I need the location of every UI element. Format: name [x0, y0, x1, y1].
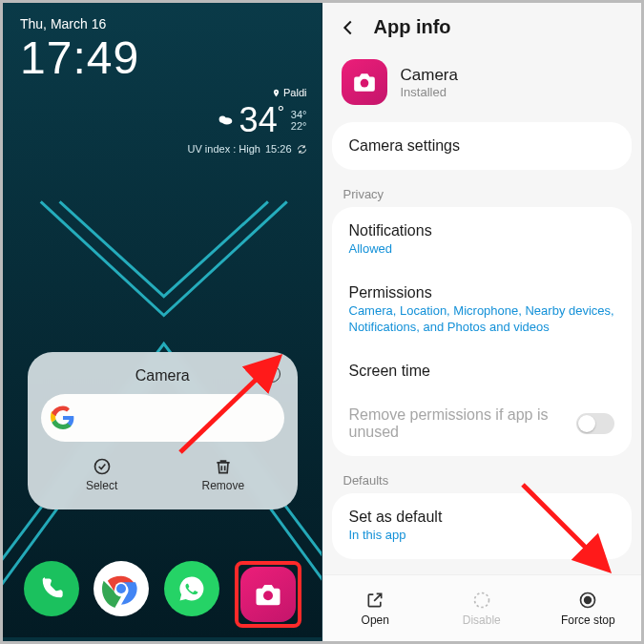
select-check-icon: [93, 457, 112, 476]
clock: 17:49: [20, 35, 139, 81]
info-icon[interactable]: i: [263, 365, 280, 383]
location-name: Paldi: [283, 87, 306, 98]
trash-icon: [214, 457, 233, 476]
svg-point-11: [585, 596, 592, 603]
temp-low: 22°: [291, 120, 307, 132]
disable-button: Disable: [428, 575, 535, 641]
remove-permissions-toggle[interactable]: [576, 413, 614, 434]
app-context-popup: Camera i Select Remove: [28, 352, 298, 509]
back-icon[interactable]: [338, 17, 359, 38]
svg-point-9: [474, 592, 488, 607]
force-stop-icon: [578, 591, 597, 610]
remove-label: Remove: [202, 479, 245, 492]
bottom-action-bar: Open Disable Force stop: [322, 574, 642, 641]
select-label: Select: [86, 479, 117, 492]
svg-point-8: [360, 79, 368, 88]
whatsapp-app-icon[interactable]: [164, 561, 219, 616]
select-button[interactable]: Select: [41, 449, 162, 500]
camera-app-icon[interactable]: [240, 567, 296, 622]
phone-app-icon[interactable]: [24, 561, 79, 616]
dock: [3, 561, 322, 628]
force-stop-button[interactable]: Force stop: [535, 575, 642, 641]
svg-point-6: [116, 584, 126, 593]
app-badge-icon: [342, 59, 387, 105]
weather-widget[interactable]: Paldi 34° 34°22° UV index : High 15:26: [188, 87, 307, 155]
svg-point-7: [263, 591, 273, 600]
svg-point-2: [221, 117, 232, 124]
chrome-app-icon[interactable]: [93, 561, 149, 616]
defaults-section-label: Defaults: [322, 467, 642, 493]
app-name: Camera: [401, 66, 458, 85]
refresh-icon: [297, 144, 307, 155]
privacy-section-label: Privacy: [322, 181, 642, 207]
permissions-item[interactable]: Permissions Camera, Location, Microphone…: [332, 271, 633, 349]
remove-permissions-item[interactable]: Remove permissions if app is unused: [332, 393, 633, 454]
homescreen: Thu, March 16 17:49 Paldi 34° 34°22° UV …: [3, 3, 322, 641]
remove-button[interactable]: Remove: [162, 449, 283, 500]
disable-icon: [472, 591, 491, 610]
open-button[interactable]: Open: [322, 575, 429, 641]
status-block: Thu, March 16 17:49: [20, 16, 139, 81]
date-label: Thu, March 16: [20, 16, 139, 31]
temp-value: 34: [239, 100, 278, 140]
app-status: Installed: [401, 85, 458, 99]
camera-app-highlight: [235, 561, 301, 628]
app-header-row: Camera Installed: [322, 52, 642, 122]
header: App info: [322, 3, 642, 52]
page-title: App info: [374, 16, 451, 38]
location-pin-icon: [272, 89, 280, 97]
camera-settings-item[interactable]: Camera settings: [332, 124, 633, 168]
uv-time: 15:26: [265, 143, 292, 155]
app-info-screen: App info Camera Installed Camera setting…: [322, 3, 642, 641]
uv-label: UV index : High: [188, 143, 260, 155]
weather-cloud-icon: [215, 110, 236, 131]
notifications-item[interactable]: Notifications Allowed: [332, 209, 633, 271]
google-logo-icon: [51, 405, 75, 430]
set-as-default-item[interactable]: Set as default In this app: [332, 495, 633, 557]
open-external-icon: [365, 591, 384, 610]
popup-title: Camera: [135, 367, 190, 384]
screen-time-item[interactable]: Screen time: [332, 349, 633, 393]
svg-point-3: [94, 460, 109, 474]
google-search-pill[interactable]: [41, 394, 284, 442]
temp-high: 34°: [291, 109, 307, 120]
